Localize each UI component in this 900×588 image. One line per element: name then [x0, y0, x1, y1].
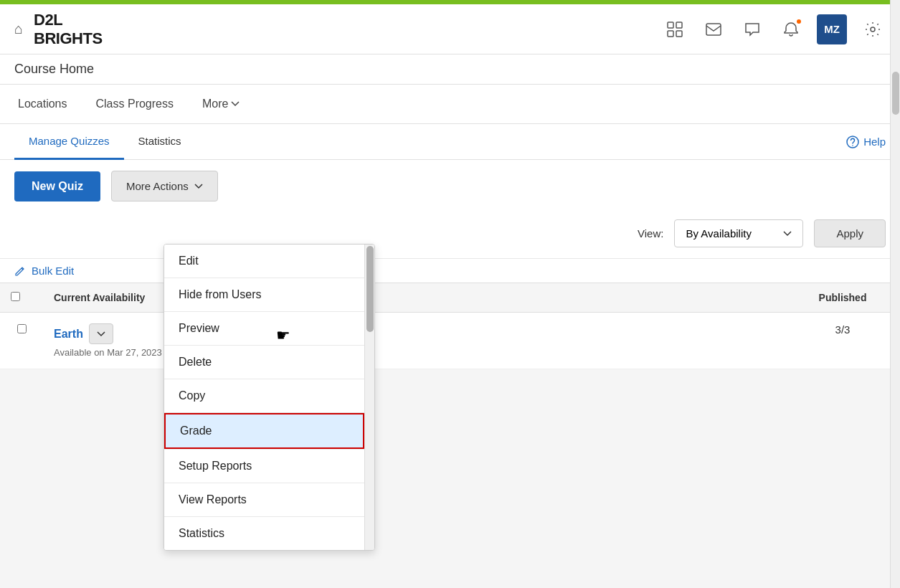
chat-icon[interactable]	[739, 16, 765, 42]
header-right: MZ	[662, 14, 886, 44]
quiz-availability: Available on Mar 27, 2023 12:01 AM	[54, 347, 775, 358]
chevron-down-icon	[231, 101, 240, 107]
nav-bar: Locations Class Progress More	[0, 85, 900, 124]
view-select-chevron-icon	[783, 231, 792, 237]
quiz-name-link[interactable]: Earth	[54, 328, 83, 341]
col-published: Published	[785, 283, 900, 313]
dropdown-scroll-container: Edit Hide from Users Preview Delete Copy…	[164, 245, 374, 550]
select-all-checkbox[interactable]	[11, 292, 20, 301]
scroll-thumb	[366, 246, 374, 332]
logo: D2LBRIGHTS	[34, 11, 103, 48]
bulk-edit-row: Bulk Edit	[0, 258, 900, 283]
view-row: View: By Availability Apply	[0, 212, 900, 258]
menu-item-view-reports[interactable]: View Reports	[164, 483, 364, 516]
quiz-cell: Earth Available on Mar 27, 2023 12:01 AM	[43, 313, 785, 369]
menu-item-statistics[interactable]: Statistics	[164, 517, 364, 550]
nav-class-progress[interactable]: Class Progress	[93, 85, 177, 124]
published-count: 3/3	[835, 323, 851, 336]
apply-button[interactable]: Apply	[814, 219, 886, 247]
tabs-row: Manage Quizzes Statistics Help	[0, 124, 900, 160]
svg-point-5	[871, 27, 875, 32]
nav-more[interactable]: More	[199, 85, 243, 124]
grid-icon[interactable]	[662, 16, 688, 42]
svg-rect-1	[676, 22, 682, 28]
svg-rect-2	[668, 31, 673, 37]
row-checkbox[interactable]	[17, 324, 27, 333]
svg-rect-3	[676, 31, 682, 37]
help-label: Help	[863, 136, 886, 148]
help-link[interactable]: Help	[846, 136, 886, 148]
header: ⌂ D2LBRIGHTS	[0, 4, 900, 54]
action-row: New Quiz More Actions	[0, 160, 900, 212]
menu-item-edit[interactable]: Edit	[164, 245, 364, 278]
settings-icon[interactable]	[860, 16, 886, 42]
menu-item-copy[interactable]: Copy	[164, 379, 364, 412]
more-actions-button[interactable]: More Actions	[111, 171, 218, 201]
more-actions-chevron-icon	[194, 184, 203, 189]
tab-statistics[interactable]: Statistics	[124, 124, 196, 160]
bulk-edit-button[interactable]: Bulk Edit	[14, 265, 74, 277]
view-label: View:	[638, 227, 663, 240]
nav-locations[interactable]: Locations	[14, 85, 71, 124]
new-quiz-button[interactable]: New Quiz	[14, 171, 100, 201]
dropdown-menu: Edit Hide from Users Preview Delete Copy…	[164, 244, 375, 551]
view-select[interactable]: By Availability	[674, 219, 803, 247]
home-icon[interactable]: ⌂	[14, 21, 23, 37]
menu-item-delete[interactable]: Delete	[164, 346, 364, 379]
quiz-dropdown-chevron-icon	[97, 331, 105, 337]
notification-dot	[795, 18, 802, 25]
page-scroll-thumb	[892, 72, 899, 115]
breadcrumb-row: Course Home	[0, 54, 900, 85]
help-icon	[846, 136, 859, 148]
avatar[interactable]: MZ	[817, 14, 847, 44]
menu-item-grade[interactable]: Grade	[164, 413, 364, 449]
header-left: ⌂ D2LBRIGHTS	[14, 11, 103, 48]
svg-point-7	[852, 145, 853, 146]
page-scrollbar[interactable]	[890, 0, 900, 588]
svg-rect-4	[706, 24, 721, 35]
mail-icon[interactable]	[701, 16, 726, 42]
scroll-track[interactable]	[364, 245, 374, 550]
col-checkbox	[0, 283, 43, 313]
menu-item-setup-reports[interactable]: Setup Reports	[164, 450, 364, 483]
edit-icon	[14, 265, 26, 277]
table-row: Earth Available on Mar 27, 2023 12:01 AM…	[0, 313, 900, 369]
menu-item-hide-from-users[interactable]: Hide from Users	[164, 278, 364, 311]
col-availability: Current Availability	[43, 283, 785, 313]
quiz-table: Current Availability Published Earth Ava…	[0, 283, 900, 369]
course-home-link[interactable]: Course Home	[14, 62, 94, 77]
bell-icon[interactable]	[778, 16, 804, 42]
svg-rect-0	[668, 22, 673, 28]
tab-manage-quizzes[interactable]: Manage Quizzes	[14, 124, 124, 160]
menu-item-preview[interactable]: Preview	[164, 312, 364, 345]
quiz-dropdown-button[interactable]	[89, 323, 113, 344]
